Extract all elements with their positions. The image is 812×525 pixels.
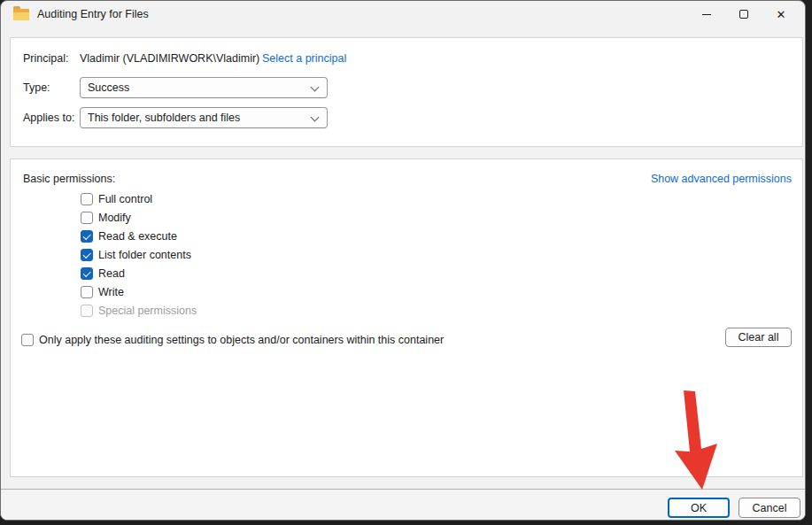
permissions-panel: Basic permissions: Show advanced permiss… <box>10 158 803 477</box>
show-advanced-permissions-link[interactable]: Show advanced permissions <box>651 172 792 186</box>
permission-row-list-folder-contents[interactable]: List folder contents <box>81 248 191 262</box>
checkbox-special-permissions <box>81 305 93 317</box>
folder-icon <box>13 9 29 20</box>
maximize-button[interactable] <box>725 1 762 27</box>
type-label: Type: <box>23 81 50 95</box>
permission-row-read-execute[interactable]: Read & execute <box>81 229 177 243</box>
principal-value: Vladimir (VLADIMIRWORK\Vladimir) <box>80 51 259 66</box>
close-button[interactable]: ✕ <box>762 1 800 27</box>
screen: { "window": { "title": "Auditing Entry f… <box>0 0 812 525</box>
only-apply-label: Only apply these auditing settings to ob… <box>39 334 444 346</box>
cancel-button[interactable]: Cancel <box>739 498 800 518</box>
applies-to-dropdown-value: This folder, subfolders and files <box>88 112 240 124</box>
window-title: Auditing Entry for Files <box>37 8 149 20</box>
permission-row-special-permissions: Special permissions <box>81 304 197 318</box>
checkbox-write[interactable] <box>81 286 93 298</box>
checkbox-full-control[interactable] <box>81 193 93 205</box>
permission-label: Special permissions <box>98 305 197 317</box>
permission-label: Write <box>98 286 124 298</box>
caption-buttons: ✕ <box>688 1 800 27</box>
checkbox-only-apply[interactable] <box>21 334 34 346</box>
checkbox-modify[interactable] <box>81 212 93 224</box>
minimize-button[interactable] <box>688 1 725 27</box>
principal-label: Principal: <box>23 51 68 66</box>
permission-label: Modify <box>98 212 131 224</box>
auditing-entry-dialog: Auditing Entry for Files ✕ Principal: Vl… <box>0 0 806 521</box>
applies-to-dropdown[interactable]: This folder, subfolders and files <box>80 107 328 128</box>
permission-row-read[interactable]: Read <box>81 266 125 281</box>
type-dropdown[interactable]: Success <box>80 77 328 98</box>
chevron-down-icon <box>311 83 320 92</box>
chevron-down-icon <box>311 113 320 122</box>
basic-permissions-header: Basic permissions: <box>23 172 115 186</box>
permission-row-modify[interactable]: Modify <box>81 211 131 225</box>
permission-label: Read & execute <box>98 230 177 243</box>
permission-label: Full control <box>98 193 152 205</box>
checkbox-read-execute[interactable] <box>81 230 93 243</box>
clear-all-button[interactable]: Clear all <box>725 328 792 347</box>
permission-row-full-control[interactable]: Full control <box>81 192 152 206</box>
checkbox-read[interactable] <box>81 267 93 280</box>
permission-label: Read <box>98 267 125 280</box>
maximize-icon <box>739 10 748 19</box>
close-icon: ✕ <box>777 9 786 20</box>
only-apply-row[interactable]: Only apply these auditing settings to ob… <box>21 333 444 347</box>
minimize-icon <box>702 14 711 15</box>
ok-button[interactable]: OK <box>668 498 730 518</box>
type-dropdown-value: Success <box>88 81 129 94</box>
title-bar[interactable]: Auditing Entry for Files ✕ <box>1 1 805 27</box>
permission-row-write[interactable]: Write <box>81 285 124 299</box>
permission-label: List folder contents <box>98 249 191 261</box>
select-principal-link[interactable]: Select a principal <box>262 51 346 66</box>
checkbox-list-folder-contents[interactable] <box>81 249 93 261</box>
principal-panel: Principal: Vladimir (VLADIMIRWORK\Vladim… <box>10 37 803 147</box>
applies-to-label: Applies to: <box>23 111 74 125</box>
